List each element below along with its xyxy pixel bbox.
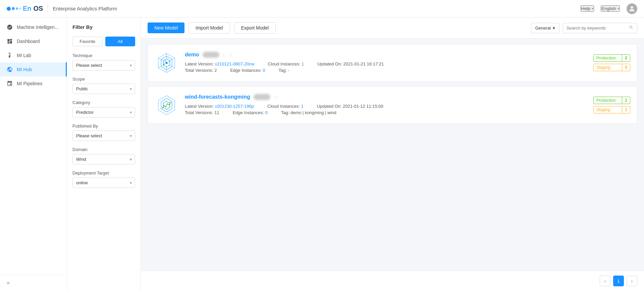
- filter-label-scope: Scope: [72, 77, 135, 82]
- model-star-wind[interactable]: ☆: [274, 94, 278, 100]
- filter-select-wrapper-category: Predictor Classifier Detector: [72, 107, 135, 117]
- header-divider: [48, 4, 48, 13]
- svg-point-21: [170, 102, 171, 103]
- filter-select-domain[interactable]: Wind Solar Other: [72, 154, 135, 164]
- sidebar: Machine Intelligen... Dashboard MI Lab M…: [0, 17, 67, 291]
- pagination-prev-button[interactable]: ‹: [600, 276, 610, 286]
- model-card-demo: demo 1 ☆ Latest Version: v210121-0807-20…: [148, 44, 637, 82]
- general-select-label: General: [535, 26, 551, 31]
- filter-select-wrapper-domain: Wind Solar Other: [72, 154, 135, 164]
- dashboard-icon: [7, 38, 13, 44]
- filter-panel: Filter By Favorite All Technique Please …: [67, 17, 141, 291]
- model-total-versions-demo: Total Versions: 2: [185, 68, 217, 73]
- pagination-page-1-button[interactable]: 1: [613, 276, 624, 286]
- filter-select-wrapper-scope: Public Private: [72, 84, 135, 94]
- sidebar-item-machine-intelligence[interactable]: Machine Intelligen...: [0, 20, 67, 34]
- new-model-button[interactable]: New Model: [148, 22, 184, 33]
- svg-point-17: [164, 105, 165, 106]
- search-box: [563, 23, 637, 33]
- model-star-demo[interactable]: ☆: [228, 52, 233, 58]
- filter-select-scope[interactable]: Public Private: [72, 84, 135, 94]
- language-button[interactable]: English ▾: [601, 5, 620, 12]
- pagination-next-button[interactable]: ›: [627, 276, 637, 286]
- model-list: demo 1 ☆ Latest Version: v210121-0807-20…: [141, 39, 644, 271]
- model-updated-on-demo: Updated On: 2021-01-21 16:17:21: [317, 61, 384, 66]
- model-badges-demo: Production: 2 Staging: 0: [593, 54, 630, 71]
- model-user-badge-wind: [254, 94, 270, 100]
- sidebar-item-mi-hub[interactable]: MI Hub: [0, 62, 67, 77]
- model-cloud-instances-wind: Cloud Instances: 1: [267, 104, 304, 109]
- model-meta-row1-demo: Latest Version: v210121-0807-20cw Cloud …: [185, 61, 587, 66]
- avatar[interactable]: [627, 3, 637, 14]
- search-input[interactable]: [567, 23, 627, 33]
- filter-section-technique: Technique Please select: [72, 53, 135, 70]
- svg-point-20: [169, 104, 170, 105]
- logo-dots: [7, 7, 21, 11]
- sidebar-item-machine-intelligence-label: Machine Intelligen...: [17, 25, 59, 30]
- svg-point-12: [164, 60, 165, 61]
- model-badges-wind: Production: 1 Staging: 1: [593, 97, 630, 113]
- svg-point-16: [162, 107, 163, 108]
- filter-select-technique[interactable]: Please select: [72, 60, 135, 70]
- filter-select-wrapper-deployment-target: online offline: [72, 178, 135, 188]
- model-name-wind-forecasts-kongming[interactable]: wind-forecasts-kongming: [185, 94, 250, 100]
- filter-section-category: Category Predictor Classifier Detector: [72, 100, 135, 117]
- general-select[interactable]: General ▾: [531, 23, 559, 33]
- filter-section-domain: Domain Wind Solar Other: [72, 147, 135, 164]
- filter-select-category[interactable]: Predictor Classifier Detector: [72, 107, 135, 117]
- sidebar-item-mi-pipelines[interactable]: MI Pipelines: [0, 77, 67, 91]
- sidebar-item-dashboard-label: Dashboard: [17, 39, 40, 44]
- svg-point-19: [167, 103, 168, 104]
- filter-select-deployment-target[interactable]: online offline: [72, 178, 135, 188]
- model-latest-version-wind: Latest Version: v201230-1257-196p: [185, 104, 254, 109]
- main-content: New Model Import Model Export Model Gene…: [141, 17, 644, 291]
- toolbar: New Model Import Model Export Model Gene…: [141, 17, 644, 39]
- filter-label-category: Category: [72, 100, 135, 105]
- model-user-badge-demo: [203, 52, 219, 58]
- sidebar-item-mi-lab[interactable]: MI Lab: [0, 48, 67, 62]
- sidebar-item-mi-hub-label: MI Hub: [17, 67, 32, 72]
- mi-lab-icon: [7, 52, 13, 58]
- filter-label-technique: Technique: [72, 53, 135, 58]
- filter-select-wrapper-technique: Please select: [72, 60, 135, 70]
- svg-point-3: [165, 62, 168, 64]
- filter-label-domain: Domain: [72, 147, 135, 152]
- sidebar-item-dashboard[interactable]: Dashboard: [0, 34, 67, 48]
- filter-select-wrapper-published-by: Please select: [72, 131, 135, 141]
- model-meta-row2-demo: Total Versions: 2 Edge Instances: 0 Tag:…: [185, 68, 587, 73]
- search-icon: [629, 25, 634, 31]
- model-icon-demo: [155, 51, 178, 75]
- model-icon-wind-forecasts-kongming: [155, 93, 178, 117]
- sidebar-item-mi-lab-label: MI Lab: [17, 53, 31, 58]
- top-header: EnOS Enterprise Analytics Platform Help …: [0, 0, 644, 17]
- mi-hub-icon: [7, 66, 13, 72]
- import-model-button[interactable]: Import Model: [189, 22, 230, 34]
- filter-tab-favorite[interactable]: Favorite: [72, 37, 103, 46]
- model-edge-instances-demo: Edge Instances: 0: [230, 68, 265, 73]
- mi-pipelines-icon: [7, 81, 13, 87]
- model-info-demo: demo 1 ☆ Latest Version: v210121-0807-20…: [185, 52, 587, 74]
- layout: Machine Intelligen... Dashboard MI Lab M…: [0, 17, 644, 291]
- lang-chevron-icon: ▾: [618, 7, 619, 10]
- logo: EnOS: [7, 5, 43, 12]
- svg-point-18: [165, 106, 166, 107]
- collapse-button[interactable]: ≡: [7, 280, 9, 286]
- filter-tab-all[interactable]: All: [105, 37, 136, 46]
- filter-label-published-by: Published By: [72, 124, 135, 129]
- filter-label-deployment-target: Deployment Target: [72, 171, 135, 176]
- sidebar-footer: ≡: [0, 275, 67, 291]
- model-tag-demo: Tag: -: [279, 68, 290, 73]
- filter-section-scope: Scope Public Private: [72, 77, 135, 94]
- model-cloud-instances-demo: Cloud Instances: 1: [268, 61, 304, 66]
- model-info-wind-forecasts-kongming: wind-forecasts-kongming ☆ Latest Version…: [185, 94, 587, 116]
- export-model-button[interactable]: Export Model: [234, 22, 276, 34]
- svg-point-11: [169, 61, 170, 62]
- header-right: Help ▾ English ▾: [581, 3, 637, 14]
- model-name-demo[interactable]: demo: [185, 52, 199, 58]
- model-tag-wind: Tag: demo | kongming | wind: [281, 110, 336, 115]
- sidebar-item-mi-pipelines-label: MI Pipelines: [17, 81, 42, 86]
- machine-intelligence-icon: [7, 24, 13, 30]
- help-button[interactable]: Help ▾: [581, 5, 594, 12]
- filter-select-published-by[interactable]: Please select: [72, 131, 135, 141]
- filter-section-deployment-target: Deployment Target online offline: [72, 171, 135, 188]
